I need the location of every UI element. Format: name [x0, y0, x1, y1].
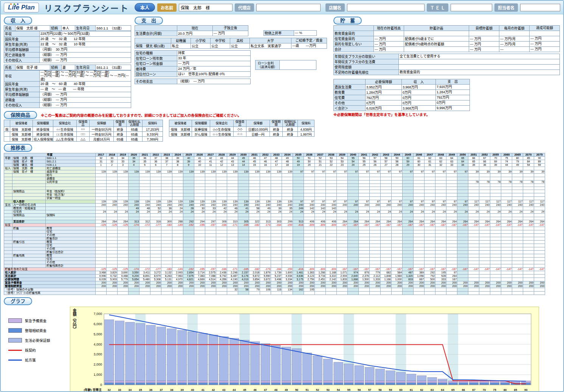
legend-label: 緊急予備資金	[25, 318, 46, 323]
value-cell: 46	[227, 207, 238, 210]
value-cell	[512, 275, 523, 278]
value-cell: 2048	[435, 153, 446, 157]
value-cell	[468, 167, 479, 170]
loan-rate-field[interactable]	[280, 60, 316, 70]
agency-field[interactable]	[256, 4, 321, 11]
cell: その他収入	[4, 103, 40, 108]
value-cell	[249, 292, 260, 295]
value-cell: 139	[96, 200, 107, 204]
svg-text:80: 80	[504, 388, 507, 392]
value-cell	[501, 184, 512, 187]
value-cell: 4,190	[227, 278, 238, 281]
value-cell	[227, 181, 238, 184]
value-cell: 24	[129, 210, 139, 214]
value-cell	[468, 275, 479, 278]
value-cell: 200	[271, 285, 282, 288]
cell: 保険 太郎様	[169, 132, 192, 137]
value-cell	[435, 227, 446, 230]
name-field[interactable]: 保険 太郎 様	[179, 4, 232, 11]
value-cell	[446, 254, 457, 258]
value-cell	[479, 227, 490, 230]
value-cell	[139, 264, 150, 268]
row-label	[4, 234, 12, 237]
value-cell	[457, 278, 468, 281]
inflation-table: 物価上昇率― %	[263, 30, 317, 36]
value-cell	[359, 264, 370, 268]
value-cell	[118, 241, 129, 244]
value-cell: 5,779	[118, 278, 129, 281]
value-cell: 200	[194, 281, 205, 285]
value-cell	[392, 234, 403, 237]
value-cell	[293, 254, 304, 258]
value-cell: 44	[238, 160, 249, 164]
tel-field[interactable]	[451, 4, 492, 11]
value-cell	[107, 230, 118, 234]
value-cell	[205, 247, 216, 251]
value-cell	[238, 184, 249, 187]
value-cell	[205, 227, 216, 230]
row-label	[46, 224, 96, 227]
value-cell: 97	[348, 200, 359, 204]
value-cell	[304, 264, 315, 268]
value-cell	[129, 254, 139, 258]
value-cell	[435, 288, 446, 292]
value-cell	[129, 174, 139, 177]
shop-field[interactable]	[347, 4, 425, 11]
value-cell	[381, 217, 392, 220]
value-cell	[315, 247, 326, 251]
value-cell	[534, 227, 545, 230]
staff-field[interactable]	[520, 4, 560, 11]
value-cell: 33	[205, 207, 216, 210]
value-cell	[282, 227, 293, 230]
cell: 大学	[250, 38, 291, 43]
row-label	[4, 261, 12, 264]
value-cell	[337, 251, 348, 254]
value-cell: 2039	[337, 153, 348, 157]
value-cell: 2,854	[183, 271, 194, 275]
value-cell	[205, 237, 216, 241]
value-cell	[446, 174, 457, 177]
value-cell	[161, 174, 172, 177]
cell: 続柄	[50, 65, 62, 70]
value-cell	[183, 247, 194, 251]
value-cell	[326, 167, 337, 170]
value-cell	[205, 174, 216, 177]
value-cell	[304, 197, 315, 200]
value-cell	[139, 184, 150, 187]
value-cell	[139, 227, 150, 230]
value-cell	[479, 214, 490, 217]
value-cell: 30	[194, 207, 205, 210]
value-cell	[150, 264, 161, 268]
value-cell	[392, 237, 403, 241]
value-cell	[337, 177, 348, 181]
cell: 配偶者が0歳時点の貯蓄額	[404, 42, 469, 47]
value-cell	[523, 214, 534, 217]
value-cell	[348, 234, 359, 237]
value-cell	[249, 244, 260, 247]
value-cell: 139	[118, 200, 129, 204]
value-cell	[118, 217, 129, 220]
value-cell	[359, 207, 370, 210]
value-cell: -167	[381, 268, 392, 271]
value-cell	[271, 234, 282, 237]
value-cell	[282, 230, 293, 234]
value-cell	[414, 193, 425, 197]
value-cell: 2047	[425, 153, 435, 157]
table-row: 保険 太郎様終身保険□□生命保険□□一時金50万円終身65歳9,330円	[4, 132, 163, 137]
value-cell: 200	[326, 285, 337, 288]
value-cell	[501, 288, 512, 292]
value-cell	[326, 261, 337, 264]
transition-section: 推移表 年度2017201820192020202120222023202420…	[4, 143, 560, 295]
value-cell	[534, 258, 545, 261]
svg-text:65: 65	[451, 388, 454, 392]
value-cell: 200	[381, 285, 392, 288]
value-cell	[161, 217, 172, 220]
value-cell	[139, 234, 150, 237]
value-cell: 48	[282, 160, 293, 164]
row-label: 支出	[4, 204, 12, 207]
cell: ― 万円	[469, 47, 499, 52]
value-cell: 240	[183, 204, 194, 207]
row-label	[4, 217, 12, 220]
value-cell	[150, 181, 161, 184]
value-cell	[326, 230, 337, 234]
